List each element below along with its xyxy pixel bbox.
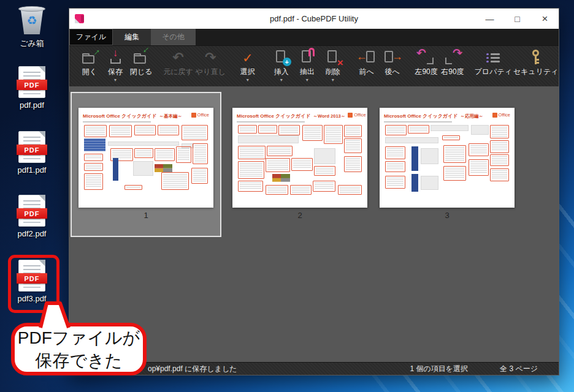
page-content-block (490, 125, 509, 138)
page-content-block (302, 125, 323, 141)
recycle-bin-lid (18, 6, 45, 12)
save-button[interactable]: ↓ 保存▾ (102, 48, 128, 84)
page-content-block (84, 173, 103, 190)
page-content-block (344, 125, 362, 137)
extract-dropdown-caret[interactable]: ▾ (306, 77, 308, 83)
page-content-block (84, 138, 105, 151)
redo-icon: ↷ (201, 50, 220, 66)
office-logo: Office (191, 112, 209, 118)
page-edition: ～応用編～ (460, 113, 483, 119)
prev-arrow-icon: ← (358, 50, 376, 66)
page-content-block (191, 168, 208, 184)
desktop-icon-label: pdf1.pdf (18, 165, 47, 175)
close-file-button[interactable]: → 閉じる (128, 48, 154, 84)
maximize-button[interactable]: □ (503, 9, 531, 29)
page-content-block (161, 172, 189, 190)
insert-dropdown-caret[interactable]: ▾ (280, 77, 283, 83)
minimize-button[interactable]: — (476, 9, 503, 29)
undo-icon: ↶ (169, 50, 187, 66)
prev-button[interactable]: ← 前へ (354, 48, 380, 84)
delete-dropdown-caret[interactable]: ▾ (332, 77, 334, 83)
pdf-badge: PDF (17, 145, 47, 155)
rotate-left-icon: ↶ (417, 50, 435, 66)
page-content-block (490, 154, 509, 165)
recycle-symbol-icon: ♻ (26, 13, 37, 28)
page-content-block (238, 125, 257, 134)
page-content-block (408, 125, 429, 134)
desktop-icon-pdf[interactable]: PDF pdf.pdf (4, 66, 60, 110)
page-content-block (314, 148, 335, 164)
page-content-block (469, 143, 489, 156)
rotate-right-button[interactable]: ↷ 右90度 (440, 48, 466, 84)
office-logo: Office (348, 112, 365, 118)
page-content-block (84, 154, 103, 161)
page-content-block (490, 168, 509, 181)
page-content-block (182, 125, 208, 140)
page-content-block (324, 125, 343, 145)
desktop-icon-pdf1[interactable]: PDF pdf1.pdf (4, 131, 60, 175)
page-content-block (134, 125, 156, 135)
page-content-block (385, 146, 405, 159)
callout-bubble: PDFファイルが 保存できた (11, 323, 147, 375)
desktop-icon-pdf2[interactable]: PDF pdf2.pdf (4, 195, 60, 238)
page-content-block (291, 158, 313, 171)
insert-button[interactable]: + 挿入▾ (269, 48, 294, 84)
page-content-block (313, 181, 335, 192)
extract-button[interactable]: 抽出▾ (294, 48, 320, 84)
tab-edit[interactable]: 編集 (113, 29, 151, 45)
thumbnail-1-selected[interactable]: Microsoft Office クイックガイド ～基本編～ Office 1 (71, 92, 221, 237)
page-content-block (411, 146, 418, 170)
next-button[interactable]: → 後へ (380, 48, 405, 84)
cubepdf-logo-icon (75, 14, 84, 23)
page-title: Microsoft Office クイックガイド (237, 113, 310, 119)
status-selection-count: 1 個の項目を選択 (410, 364, 469, 374)
save-dropdown-caret[interactable]: ▾ (114, 77, 117, 83)
page-thumbnail: Microsoft Office クイックガイド ～Word 2013～ Off… (232, 108, 367, 208)
office-logo: Office (492, 112, 510, 118)
rotate-right-icon: ↷ (443, 50, 462, 66)
page-subtitle-line (237, 121, 305, 123)
page-content-block (238, 146, 266, 159)
page-content-block (385, 125, 407, 135)
page-number: 1 (144, 211, 148, 220)
page-subtitle-line (384, 121, 452, 123)
page-content-block (113, 158, 118, 181)
desktop-icon-recycle-bin[interactable]: ♻ ごみ箱 (4, 6, 60, 49)
select-button[interactable]: ✓ 選択▾ (235, 48, 261, 84)
tab-other[interactable]: その他 (151, 29, 196, 45)
desktop: ♻ ごみ箱 PDF pdf.pdf PDF pdf1.pdf PDF pdf2.… (0, 0, 574, 392)
page-content-block (238, 161, 264, 179)
page-content-block (338, 185, 362, 195)
page-content-block (431, 125, 469, 132)
security-button[interactable]: セキュリティ (513, 48, 559, 84)
thumbnail-3[interactable]: Microsoft Office クイックガイド ～応用編～ Office 3 (380, 108, 515, 220)
select-dropdown-caret[interactable]: ▾ (247, 77, 249, 83)
pdf-badge: PDF (17, 273, 47, 284)
page-content-block (443, 166, 466, 181)
rotate-left-button[interactable]: ↶ 左90度 (413, 48, 440, 84)
page-thumbnail: Microsoft Office クイックガイド ～応用編～ Office (380, 108, 515, 208)
desktop-icon-pdf3[interactable]: PDF pdf3.pdf (4, 260, 60, 303)
page-content-block (84, 125, 107, 137)
delete-button[interactable]: × 削除▾ (320, 48, 346, 84)
tab-file[interactable]: ファイル (69, 29, 113, 45)
page-content-block (278, 125, 300, 135)
page-content-block (344, 138, 362, 153)
page-thumbnail: Microsoft Office クイックガイド ～基本編～ Office (78, 108, 213, 208)
close-button[interactable]: × (531, 9, 559, 29)
titlebar[interactable]: pdf.pdf - CubePDF Utility — □ × (69, 9, 559, 29)
properties-button[interactable]: プロパティ (473, 48, 513, 84)
callout-line2: 保存できた (36, 349, 123, 372)
open-button[interactable]: → 開く (77, 48, 102, 84)
page-content-block (490, 140, 509, 153)
thumbnail-2[interactable]: Microsoft Office クイックガイド ～Word 2013～ Off… (232, 108, 367, 220)
page-number: 3 (445, 211, 449, 220)
page-content-block (124, 185, 142, 190)
page-content-block (421, 148, 438, 164)
page-content-block (155, 164, 172, 172)
close-folder-icon: → (132, 50, 150, 66)
page-content-block (108, 141, 178, 146)
page-content-block (238, 135, 299, 143)
page-content-block (385, 137, 438, 144)
pdf-file-icon: PDF (18, 195, 45, 227)
